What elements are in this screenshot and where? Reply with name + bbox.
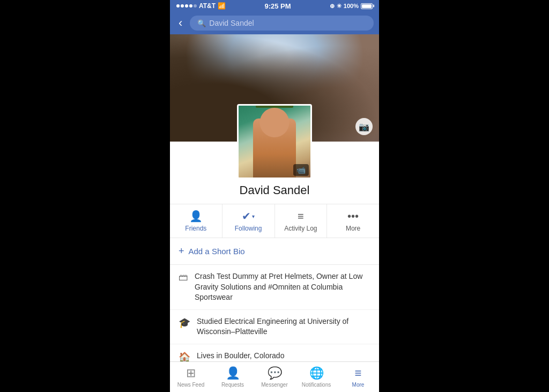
profile-info: + Add a Short Bio 🗃 Crash Test Dummy at … — [170, 238, 379, 361]
battery-label: 100% — [344, 3, 359, 9]
briefcase-icon: 🗃 — [179, 272, 188, 283]
friends-label: Friends — [185, 225, 206, 232]
news-feed-icon: ⊞ — [186, 366, 196, 380]
time-display: 9:25 PM — [264, 2, 291, 10]
messenger-icon: 💬 — [268, 366, 282, 380]
wifi-icon: 📶 — [218, 2, 226, 10]
tab-more[interactable]: ≡ More — [337, 362, 379, 392]
phone-frame: AT&T 📶 9:25 PM ⊕ ✳ 100% ‹ 🔍 David Sandel… — [170, 0, 379, 392]
tab-news-feed[interactable]: ⊞ News Feed — [170, 362, 212, 392]
more-icon: ••• — [347, 210, 359, 223]
work-info-item: 🗃 Crash Test Dummy at Pret Helmets, Owne… — [170, 265, 379, 310]
status-left: AT&T 📶 — [176, 2, 226, 10]
back-button[interactable]: ‹ — [175, 15, 186, 31]
status-bar: AT&T 📶 9:25 PM ⊕ ✳ 100% — [170, 0, 379, 12]
search-text: David Sandel — [209, 19, 254, 27]
location-info-text: Lives in Boulder, Colorado — [197, 351, 284, 361]
action-row: 👤 Friends ✔ ▾ Following ≡ Activity Log •… — [170, 204, 379, 238]
bluetooth-icon: ✳ — [337, 3, 342, 10]
status-right: ⊕ ✳ 100% — [330, 3, 373, 10]
add-icon: + — [179, 246, 184, 257]
tab-messenger[interactable]: 💬 Messenger — [254, 362, 295, 392]
more-tab-icon: ≡ — [355, 366, 362, 380]
tab-requests[interactable]: 👤 Requests — [212, 362, 254, 392]
friends-button[interactable]: 👤 Friends — [170, 204, 222, 238]
graduation-icon: 🎓 — [179, 317, 190, 329]
nav-bar: ‹ 🔍 David Sandel — [170, 12, 379, 34]
avatar-container: 📹 — [237, 104, 312, 179]
tab-bar: ⊞ News Feed 👤 Requests 💬 Messenger 🌐 Not… — [170, 361, 379, 392]
avatar-hat-shape — [258, 104, 291, 108]
friends-icon: 👤 — [189, 210, 203, 223]
battery-icon — [361, 3, 373, 9]
carrier-label: AT&T — [199, 2, 216, 10]
avatar-person-shape — [253, 119, 296, 177]
search-icon: 🔍 — [197, 19, 206, 27]
following-button[interactable]: ✔ ▾ Following — [222, 204, 275, 238]
more-tab-label: More — [352, 382, 365, 388]
home-icon: 🏠 — [179, 351, 190, 361]
add-bio-label: Add a Short Bio — [189, 247, 245, 256]
news-feed-label: News Feed — [177, 382, 205, 388]
profile-name: David Sandel — [240, 183, 310, 197]
signal-dots — [176, 4, 197, 8]
work-info-text: Crash Test Dummy at Pret Helmets, Owner … — [195, 271, 370, 303]
location-info-item: 🏠 Lives in Boulder, Colorado — [170, 344, 379, 361]
notifications-label: Notifications — [302, 382, 331, 388]
search-bar[interactable]: 🔍 David Sandel — [190, 16, 374, 31]
following-check-icon: ✔ — [242, 210, 251, 223]
more-label: More — [346, 225, 360, 232]
messenger-label: Messenger — [261, 382, 287, 388]
add-bio-button[interactable]: + Add a Short Bio — [170, 238, 379, 265]
following-label: Following — [235, 225, 262, 232]
more-button[interactable]: ••• More — [327, 204, 379, 238]
location-icon: ⊕ — [330, 3, 335, 10]
activity-log-button[interactable]: ≡ Activity Log — [275, 204, 328, 238]
profile-section: 📹 David Sandel 👤 Friends ✔ ▾ Following ≡… — [170, 142, 379, 238]
following-row: ✔ ▾ — [242, 210, 255, 223]
notifications-icon: 🌐 — [309, 366, 324, 380]
requests-label: Requests — [221, 382, 244, 388]
education-info-item: 🎓 Studied Electrical Engineering at Univ… — [170, 310, 379, 344]
activity-log-icon: ≡ — [298, 210, 304, 223]
education-info-text: Studied Electrical Engineering at Univer… — [197, 316, 370, 337]
activity-log-label: Activity Log — [284, 225, 317, 232]
tab-notifications[interactable]: 🌐 Notifications — [295, 362, 337, 392]
camera-button[interactable]: 📷 — [355, 118, 373, 135]
requests-icon: 👤 — [226, 366, 240, 380]
chevron-down-icon: ▾ — [252, 213, 255, 219]
video-button[interactable]: 📹 — [293, 164, 309, 176]
